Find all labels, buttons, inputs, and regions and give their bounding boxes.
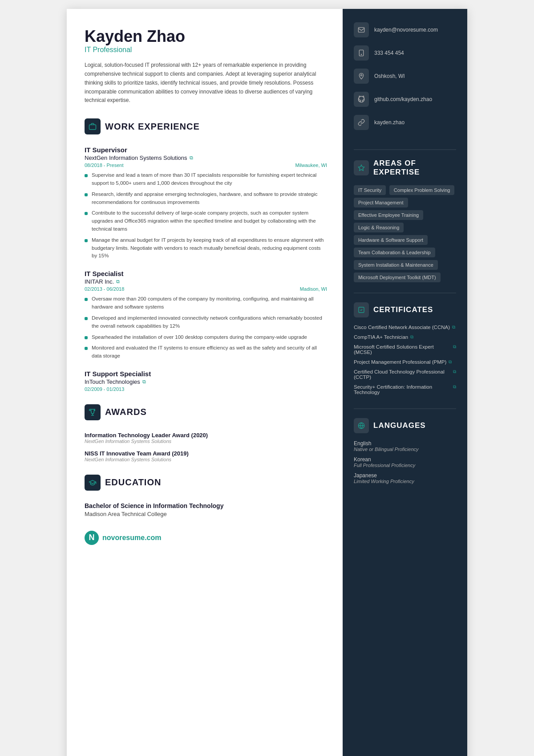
cert-icon <box>354 302 369 317</box>
contact-portfolio: kayden.zhao <box>354 115 456 130</box>
work-experience-header: WORK EXPERIENCE <box>85 118 327 138</box>
cert-item-0: Cisco Certified Network Associate (CCNA)… <box>354 325 456 330</box>
certificates-header: CERTIFICATES <box>354 302 456 317</box>
svg-rect-1 <box>358 28 364 33</box>
phone-icon <box>354 45 369 61</box>
trophy-icon <box>85 404 101 420</box>
skill-tag-2: Project Management <box>354 198 408 207</box>
education-header: EDUCATION <box>85 475 327 494</box>
lang-name-0: English <box>354 440 456 447</box>
awards-title: AWARDS <box>105 407 147 417</box>
education-title: EDUCATION <box>105 477 161 488</box>
job-title-3: IT Support Specialist <box>85 370 327 378</box>
expertise-title: AREAS OFEXPERTISE <box>373 159 420 177</box>
candidate-name: Kayden Zhao <box>85 27 327 46</box>
lang-item-0: English Native or Bilingual Proficiency <box>354 440 456 452</box>
work-experience-title: WORK EXPERIENCE <box>105 122 200 132</box>
languages-header: LANGUAGES <box>354 418 456 433</box>
awards-section: AWARDS Information Technology Leader Awa… <box>85 404 327 462</box>
contact-location: Oshkosh, WI <box>354 69 456 84</box>
lang-name-2: Japanese <box>354 472 456 479</box>
lang-item-2: Japanese Limited Working Proficiency <box>354 472 456 484</box>
skill-tag-4: Logic & Reasoning <box>354 223 404 232</box>
skill-tag-0: IT Security <box>354 185 386 195</box>
certificates-section: CERTIFICATES Cisco Certified Network Ass… <box>343 293 467 408</box>
award-org-1: NextGen Information Systems Solutions <box>85 439 327 444</box>
left-column: Kayden Zhao IT Professional Logical, sol… <box>67 9 343 756</box>
ext-link-icon-3[interactable]: ⧉ <box>142 379 146 385</box>
contact-email: kayden@novoresume.com <box>354 22 456 37</box>
bullet-item: Research, identify and appraise emerging… <box>85 191 327 207</box>
skill-tag-6: Team Collaboration & Leadership <box>354 248 435 257</box>
company-1: NextGen Information Systems Solutions ⧉ <box>85 154 327 161</box>
job-meta-2: 02/2013 - 06/2018 Madison, WI <box>85 286 327 292</box>
ext-link-icon-2[interactable]: ⧉ <box>116 279 120 285</box>
contact-phone: 333 454 454 <box>354 45 456 61</box>
bullet-item: Contribute to the successful delivery of… <box>85 209 327 233</box>
award-name-1: Information Technology Leader Award (202… <box>85 432 327 439</box>
lang-level-1: Full Professional Proficiency <box>354 463 456 468</box>
skill-tag-5: Hardware & Software Support <box>354 235 428 245</box>
bullet-item: Spearheaded the installation of over 100… <box>85 333 327 341</box>
certificates-title: CERTIFICATES <box>373 305 433 314</box>
svg-point-3 <box>361 54 361 55</box>
award-item-2: NISS IT Innovative Team Award (2019) Nex… <box>85 450 327 462</box>
job-title-2: IT Specialist <box>85 270 327 277</box>
work-experience-section: WORK EXPERIENCE IT Supervisor NextGen In… <box>85 118 327 392</box>
contact-github: github.com/kayden.zhao <box>354 92 456 107</box>
cert-link-0[interactable]: ⧉ <box>452 325 455 330</box>
portfolio-text: kayden.zhao <box>374 119 405 126</box>
location-text: Oshkosh, WI <box>374 73 405 79</box>
bullet-item: Monitored and evaluated the IT systems t… <box>85 344 327 360</box>
bullet-item: Supervise and lead a team of more than 3… <box>85 171 327 187</box>
email-text: kayden@novoresume.com <box>374 27 438 33</box>
bullet-item: Oversaw more than 200 computers of the c… <box>85 295 327 311</box>
cert-item-5: Security+ Certification: Information Tec… <box>354 384 456 395</box>
svg-point-4 <box>360 74 362 76</box>
cert-item-4: Certified Cloud Technology Professional … <box>354 369 456 380</box>
cert-link-2[interactable]: ⧉ <box>453 344 456 350</box>
education-section: EDUCATION Bachelor of Science in Informa… <box>85 475 327 517</box>
job-item-1: IT Supervisor NextGen Information System… <box>85 146 327 260</box>
cert-item-2: Microsoft Certified Solutions Expert (MC… <box>354 344 456 355</box>
expertise-section: AREAS OFEXPERTISE IT Security Complex Pr… <box>343 150 467 293</box>
cert-link-5[interactable]: ⧉ <box>453 384 456 390</box>
cert-item-3: Project Management Professional (PMP) ⧉ <box>354 359 456 365</box>
expertise-header: AREAS OFEXPERTISE <box>354 159 456 177</box>
cert-item-1: CompTIA A+ Technician ⧉ <box>354 334 456 340</box>
location-icon <box>354 69 369 84</box>
languages-section: LANGUAGES English Native or Bilingual Pr… <box>343 409 467 497</box>
bullet-item: Developed and implemented innovated conn… <box>85 314 327 330</box>
skills-container: IT Security Complex Problem Solving Proj… <box>354 184 456 284</box>
company-2: INITAR Inc. ⧉ <box>85 278 327 285</box>
briefcase-icon <box>85 118 101 134</box>
company-3: InTouch Technologies ⧉ <box>85 378 327 385</box>
skill-tag-3: Effective Employee Training <box>354 210 423 220</box>
job-title-1: IT Supervisor <box>85 146 327 154</box>
cert-link-1[interactable]: ⧉ <box>410 334 413 340</box>
graduation-icon <box>85 475 101 491</box>
right-column: kayden@novoresume.com 333 454 454 Oshkos… <box>343 9 467 756</box>
skill-tag-1: Complex Problem Solving <box>389 185 455 195</box>
email-icon <box>354 22 369 37</box>
award-item-1: Information Technology Leader Award (202… <box>85 432 327 444</box>
portfolio-icon <box>354 115 369 130</box>
svg-rect-0 <box>89 125 96 130</box>
award-org-2: NextGen Information Systems Solutions <box>85 457 327 462</box>
job-meta-3: 02/2009 - 01/2013 <box>85 386 327 392</box>
job-bullets-2: Oversaw more than 200 computers of the c… <box>85 295 327 360</box>
svg-marker-6 <box>358 165 364 171</box>
job-item-3: IT Support Specialist InTouch Technologi… <box>85 370 327 392</box>
edu-degree: Bachelor of Science in Information Techn… <box>85 502 327 509</box>
cert-link-3[interactable]: ⧉ <box>449 359 452 365</box>
award-name-2: NISS IT Innovative Team Award (2019) <box>85 450 327 457</box>
cert-link-4[interactable]: ⧉ <box>453 369 456 374</box>
logo-text: novoresume.com <box>102 534 161 542</box>
lang-level-0: Native or Bilingual Proficiency <box>354 447 456 452</box>
lang-level-2: Limited Working Proficiency <box>354 479 456 484</box>
job-bullets-1: Supervise and lead a team of more than 3… <box>85 171 327 260</box>
candidate-summary: Logical, solution-focused IT professiona… <box>85 61 327 105</box>
edu-school: Madison Area Technical College <box>85 511 327 517</box>
expertise-icon <box>354 160 369 175</box>
ext-link-icon-1[interactable]: ⧉ <box>190 155 193 161</box>
